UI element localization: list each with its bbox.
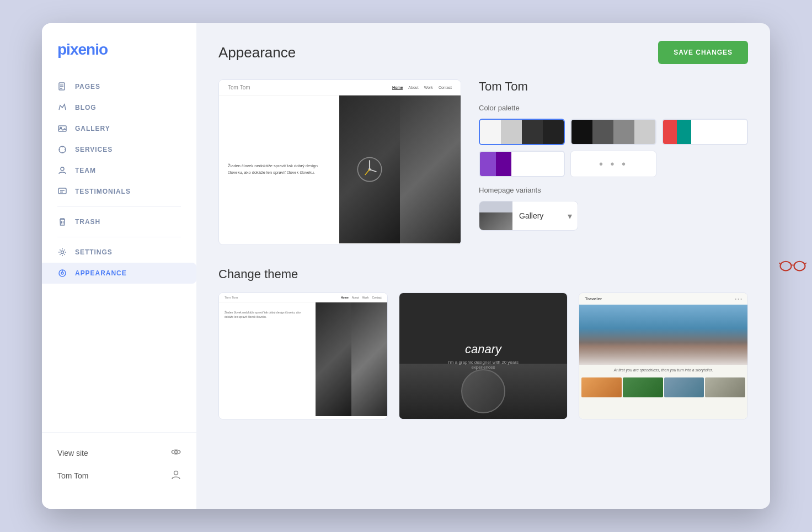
- right-panel: Tom Tom Color palette: [479, 79, 748, 245]
- preview-nav-work: Work: [424, 86, 433, 90]
- save-changes-button[interactable]: SAVE CHANGES: [658, 41, 748, 64]
- svg-rect-12: [58, 188, 66, 194]
- swatch-1-1: [480, 120, 501, 144]
- preview-text: Žiaden človek nedokáže spraviť tak dobrý…: [228, 163, 330, 176]
- svg-point-22: [174, 471, 178, 475]
- svg-line-26: [370, 169, 377, 172]
- preview-nav-home: Home: [392, 86, 403, 90]
- glasses-image: [400, 95, 461, 243]
- nav-divider-1: [57, 206, 181, 207]
- sidebar-item-blog[interactable]: BLOG: [42, 97, 196, 118]
- preview-image-section: [339, 95, 461, 243]
- sidebar-item-team[interactable]: TEAM: [42, 160, 196, 181]
- mini-brand: Tom Tom: [225, 296, 238, 299]
- change-theme-title: Change theme: [218, 267, 748, 281]
- preview-nav-contact: Contact: [439, 86, 452, 90]
- main-content: Appearance SAVE CHANGES Tom Tom Home Abo…: [196, 23, 770, 509]
- sidebar-item-trash[interactable]: TRASH: [42, 211, 196, 232]
- traveler-preview: Traveler • • • At first you are speechle…: [579, 293, 747, 419]
- preview-body: Žiaden človek nedokáže spraviť tak dobrý…: [219, 95, 461, 243]
- canary-footer: Canary SELECT: [399, 419, 568, 419]
- swatch-1-3: [522, 120, 543, 144]
- swatch-1-4: [543, 120, 564, 144]
- gallery-label: GALLERY: [75, 125, 110, 132]
- traveler-mountain: [579, 304, 747, 365]
- traveler-footer: Traveler SELECT: [579, 419, 747, 419]
- team-label: TEAM: [75, 167, 96, 174]
- swatch-4-1: [480, 152, 496, 176]
- eye-icon: [171, 447, 181, 459]
- color-palette-label: Color palette: [479, 104, 748, 112]
- pages-icon: [57, 82, 67, 92]
- variant-selector[interactable]: Gallery ▾: [479, 201, 578, 231]
- view-site-item[interactable]: View site: [57, 441, 181, 464]
- preview-brand: Tom Tom: [228, 84, 250, 91]
- palette-item-3[interactable]: [662, 119, 748, 145]
- preview-nav-about: About: [408, 86, 418, 90]
- appearance-icon: [57, 268, 67, 278]
- swatch-3-1: [663, 120, 677, 144]
- services-icon: [57, 145, 67, 155]
- preview-header: Tom Tom Home About Work Contact: [219, 80, 461, 95]
- dots-indicator: • • •: [599, 158, 628, 171]
- swatch-2-4: [634, 120, 655, 144]
- swatch-2-3: [613, 120, 634, 144]
- gallery-icon: [57, 124, 67, 134]
- svg-point-19: [61, 272, 63, 274]
- main-nav: PAGES BLOG: [42, 76, 196, 432]
- swatch-3-3: [691, 120, 747, 144]
- swatch-1-2: [501, 120, 522, 144]
- view-site-label: View site: [57, 449, 88, 457]
- sidebar-item-testimonials[interactable]: TESTIMONIALS: [42, 181, 196, 202]
- palette-item-1[interactable]: [479, 119, 565, 145]
- palette-item-2[interactable]: [570, 119, 656, 145]
- trash-icon: [57, 217, 67, 227]
- appearance-label: APPEARANCE: [75, 269, 127, 277]
- mini-body: Žiaden človek nedokáže spraviť tak dobrý…: [219, 302, 387, 416]
- palette-item-4[interactable]: [479, 151, 565, 177]
- theme-preview: Tom Tom Home About Work Contact Žiaden č…: [218, 79, 461, 245]
- traveler-quote: At first you are speechless, then you tu…: [579, 365, 747, 375]
- preview-text-section: Žiaden človek nedokáže spraviť tak dobrý…: [219, 95, 339, 243]
- theme-card-traveler: Traveler • • • At first you are speechle…: [579, 292, 748, 419]
- theme-card-canary: canary I'm a graphic designer with 20 ye…: [399, 292, 568, 419]
- sidebar-bottom: View site Tom Tom: [42, 432, 196, 496]
- chevron-down-icon: ▾: [562, 211, 578, 221]
- tomtom-footer: Tom Tom SELECTED: [219, 419, 387, 419]
- sidebar-item-services[interactable]: SERVICES: [42, 139, 196, 160]
- homepage-label: Homepage variants: [479, 186, 748, 194]
- variant-label: Gallery: [512, 211, 562, 220]
- sidebar-item-pages[interactable]: PAGES: [42, 76, 196, 97]
- swatch-4-2: [496, 152, 512, 176]
- color-palette-grid: • • •: [479, 119, 748, 177]
- traveler-grid: [581, 377, 745, 397]
- variant-thumb-image: [479, 212, 512, 230]
- palette-item-dots[interactable]: • • •: [570, 151, 656, 177]
- settings-icon: [57, 247, 67, 257]
- sidebar-item-appearance[interactable]: APPEARANCE: [42, 263, 196, 284]
- tomtom-preview: Tom Tom Home AboutWorkContact Žiaden člo…: [219, 293, 387, 419]
- brand-light: Tom: [240, 84, 250, 91]
- main-header: Appearance SAVE CHANGES: [218, 41, 748, 64]
- user-item[interactable]: Tom Tom: [57, 464, 181, 487]
- homepage-variants: Homepage variants Gallery ▾: [479, 186, 748, 231]
- swatch-4-3: [511, 152, 564, 176]
- blog-label: BLOG: [75, 104, 97, 111]
- mini-nav: Home AboutWorkContact: [341, 296, 382, 299]
- clock-image: [339, 95, 400, 243]
- svg-point-17: [61, 251, 64, 254]
- services-label: SERVICES: [75, 146, 113, 153]
- mini-header: Tom Tom Home AboutWorkContact: [219, 293, 387, 302]
- logo: pixenio: [42, 41, 196, 76]
- sidebar-item-settings[interactable]: SETTINGS: [42, 242, 196, 263]
- testimonials-label: TESTIMONIALS: [75, 188, 131, 195]
- sidebar: pixenio PAGES: [42, 23, 196, 509]
- testimonials-icon: [57, 187, 67, 196]
- pages-label: PAGES: [75, 83, 100, 91]
- appearance-top-row: Tom Tom Home About Work Contact Žiaden č…: [218, 79, 748, 245]
- sidebar-item-gallery[interactable]: GALLERY: [42, 118, 196, 139]
- user-name-label: Tom Tom: [57, 471, 89, 480]
- svg-point-11: [61, 167, 64, 171]
- mini-glasses-img: [351, 302, 387, 416]
- svg-point-21: [175, 451, 178, 454]
